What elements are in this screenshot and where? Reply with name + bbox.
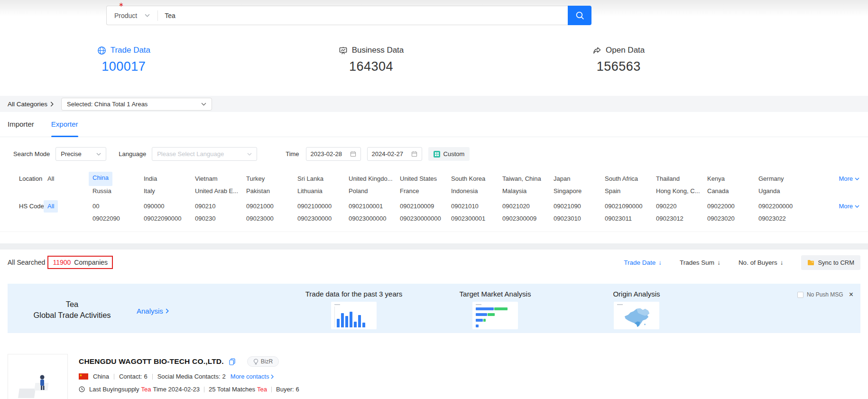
location-option[interactable]: South Korea: [451, 173, 502, 185]
location-option[interactable]: Canada: [707, 185, 758, 197]
location-more-button[interactable]: More: [839, 173, 868, 185]
search-category-select[interactable]: Product: [107, 6, 157, 25]
location-option[interactable]: Thailand: [656, 173, 707, 185]
last-supply-suffix: Time 2024-02-23: [153, 386, 200, 393]
hs-code-option[interactable]: 0902300009: [502, 213, 554, 225]
sync-to-crm-button[interactable]: Sync to CRM: [801, 255, 860, 270]
location-option[interactable]: Russia: [92, 185, 144, 197]
hs-code-option[interactable]: 0902300000: [297, 213, 349, 225]
location-option[interactable]: Malaysia: [502, 185, 554, 197]
location-option[interactable]: India: [144, 173, 195, 185]
sort-trades-sum[interactable]: Trades Sum ↓: [680, 259, 720, 266]
hs-code-option[interactable]: 0902100001: [349, 200, 400, 213]
more-contacts-link[interactable]: More contacts: [231, 373, 274, 380]
hs-code-option[interactable]: 09023000000: [349, 213, 400, 225]
analysis-link[interactable]: Analysis: [137, 307, 169, 315]
location-option[interactable]: Lithuania: [297, 185, 349, 197]
hs-code-option[interactable]: 09021010: [451, 200, 502, 213]
no-push-checkbox[interactable]: [797, 292, 803, 298]
location-option[interactable]: United States: [400, 173, 451, 185]
location-option[interactable]: United Kingdo...: [349, 173, 400, 185]
tab-importer[interactable]: Importer: [8, 120, 34, 137]
stat-trade-data[interactable]: Trade Data 100017: [0, 46, 248, 74]
china-map-thumbnail[interactable]: [614, 302, 659, 329]
card-origin-analysis[interactable]: Origin Analysis: [575, 290, 698, 329]
sort-trade-date[interactable]: Trade Date ↓: [624, 259, 662, 266]
stat-business-data[interactable]: Business Data 164304: [248, 46, 495, 74]
language-select[interactable]: Please Select Language: [152, 147, 257, 161]
company-logo[interactable]: [8, 354, 68, 399]
location-option[interactable]: Turkey: [246, 173, 297, 185]
hs-code-option[interactable]: 0902100009: [400, 200, 451, 213]
company-name[interactable]: CHENGDU WAGOTT BIO-TECH CO.,LTD.: [79, 357, 224, 366]
company-result-row[interactable]: CHENGDU WAGOTT BIO-TECH CO.,LTD. BizR Ch…: [8, 354, 860, 399]
location-option[interactable]: Spain: [605, 185, 656, 197]
custom-time-button[interactable]: Custom: [428, 147, 470, 161]
location-option[interactable]: Uganda: [758, 185, 810, 197]
calendar-icon: [411, 151, 417, 157]
location-option[interactable]: France: [400, 185, 451, 197]
hs-code-option[interactable]: 09021090000: [605, 200, 656, 213]
hs-code-option-all[interactable]: All: [44, 200, 58, 213]
hs-code-option[interactable]: 09023000: [246, 213, 297, 225]
hs-code-option[interactable]: 0902300001: [451, 213, 502, 225]
hs-code-option[interactable]: 09023011: [605, 213, 656, 225]
location-option[interactable]: Hong Kong, C...: [656, 185, 707, 197]
all-categories-button[interactable]: All Categories: [8, 101, 54, 108]
search-input[interactable]: [158, 12, 568, 19]
hs-code-option[interactable]: 0902100000: [297, 200, 349, 213]
bar-chart-thumbnail[interactable]: [331, 302, 377, 329]
card-target-market-analysis[interactable]: Target Market Analysis: [434, 290, 557, 329]
location-option[interactable]: Singapore: [554, 185, 605, 197]
hs-code-option[interactable]: 09023012: [656, 213, 707, 225]
search-button[interactable]: [568, 6, 591, 25]
location-option[interactable]: Poland: [349, 185, 400, 197]
location-option[interactable]: Indonesia: [451, 185, 502, 197]
location-option[interactable]: Pakistan: [246, 185, 297, 197]
hs-code-option[interactable]: 090210: [195, 200, 246, 213]
stat-label: Business Data: [352, 46, 404, 55]
hs-code-option[interactable]: 09021000: [246, 200, 297, 213]
tab-exporter[interactable]: Exporter: [51, 120, 78, 137]
location-option[interactable]: Germany: [758, 173, 810, 185]
hs-code-option[interactable]: 09022000: [707, 200, 758, 213]
location-option[interactable]: Taiwan, China: [502, 173, 554, 185]
hs-code-option[interactable]: 090230000000: [400, 213, 451, 225]
bizr-badge[interactable]: BizR: [247, 356, 279, 367]
location-option[interactable]: Vietnam: [195, 173, 246, 185]
location-option[interactable]: South Africa: [605, 173, 656, 185]
location-option[interactable]: United Arab E...: [195, 185, 246, 197]
close-icon[interactable]: ×: [849, 291, 853, 298]
copy-icon[interactable]: [229, 358, 235, 365]
location-option[interactable]: Kenya: [707, 173, 758, 185]
hs-code-option[interactable]: 00: [92, 200, 144, 213]
hs-code-option[interactable]: 09022090: [92, 213, 144, 225]
hs-code-option[interactable]: 090220: [656, 200, 707, 213]
location-option[interactable]: Italy: [144, 185, 195, 197]
location-option[interactable]: China: [89, 172, 112, 186]
selected-areas-dropdown[interactable]: Selected: China Total 1 Areas: [61, 98, 212, 111]
hs-code-filter: HS Code All 0009000009021009021000090210…: [8, 200, 868, 225]
stats-row: Trade Data 100017 Business Data 164304 O…: [0, 46, 742, 74]
time-end-input[interactable]: 2024-02-27: [367, 147, 422, 161]
hs-code-option[interactable]: 09023010: [554, 213, 605, 225]
location-option[interactable]: Japan: [554, 173, 605, 185]
hs-code-option[interactable]: 09023020: [707, 213, 758, 225]
hs-code-option[interactable]: 090230: [195, 213, 246, 225]
hs-code-option[interactable]: 09022090000: [144, 213, 195, 225]
hs-code-more-button[interactable]: More: [839, 200, 868, 213]
hs-code-option[interactable]: 09021090: [554, 200, 605, 213]
card-trade-data-3-years[interactable]: Trade data for the past 3 years: [292, 290, 416, 329]
hs-code-option[interactable]: 09023022: [758, 213, 810, 225]
time-start-input[interactable]: 2023-02-28: [306, 147, 361, 161]
all-categories-label: All Categories: [8, 101, 47, 108]
location-option[interactable]: Sri Lanka: [297, 173, 349, 185]
hs-code-option[interactable]: 09021020: [502, 200, 554, 213]
hs-code-option[interactable]: 090000: [144, 200, 195, 213]
hs-code-option[interactable]: 0902200000: [758, 200, 810, 213]
sort-no-of-buyers[interactable]: No. of Buyers ↓: [739, 259, 784, 266]
horizontal-bars-thumbnail[interactable]: [472, 302, 518, 329]
search-mode-select[interactable]: Precise: [55, 147, 106, 161]
location-option-all[interactable]: All: [47, 175, 54, 182]
stat-open-data[interactable]: Open Data 156563: [495, 46, 742, 74]
